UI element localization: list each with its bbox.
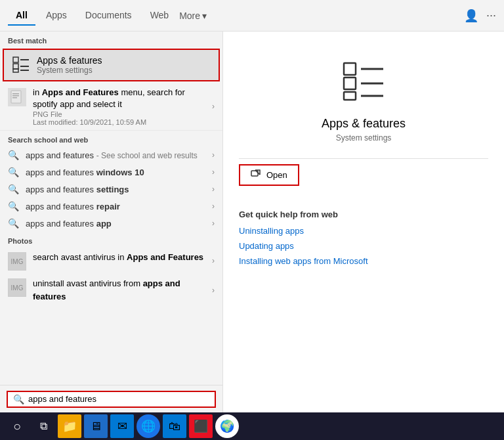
- main-area: Best match Apps & features System settin…: [0, 32, 504, 412]
- chevron-icon-1: ›: [212, 167, 215, 177]
- taskbar-mail[interactable]: ✉: [110, 414, 134, 438]
- chevron-icon-0: ›: [212, 150, 215, 160]
- search-item-4[interactable]: 🔍 apps and features app ›: [0, 215, 222, 232]
- chevron-icon-2: ›: [212, 185, 215, 194]
- help-link-2[interactable]: Installing web apps from Microsoft: [239, 256, 488, 266]
- top-nav: All Apps Documents Web More ▾ 👤 ···: [0, 0, 504, 32]
- tab-documents[interactable]: Documents: [77, 6, 140, 26]
- svg-rect-15: [344, 77, 356, 89]
- best-match-title: Apps & features: [37, 55, 102, 66]
- search-text-2: apps and features settings: [26, 185, 129, 194]
- svg-rect-8: [12, 95, 19, 97]
- search-text-1: apps and features windows 10: [26, 167, 144, 177]
- svg-rect-9: [12, 97, 17, 99]
- file-type: PNG File: [33, 110, 212, 118]
- chevron-photo-1: ›: [212, 286, 215, 295]
- user-icon[interactable]: 👤: [464, 9, 478, 23]
- photos-label: Photos: [0, 232, 222, 248]
- app-large-icon: [340, 58, 387, 105]
- taskbar-app-black[interactable]: ⬛: [189, 414, 213, 438]
- tab-more[interactable]: More ▾: [179, 11, 207, 21]
- svg-text:IMG: IMG: [11, 258, 24, 265]
- photo-thumb-0: IMG: [8, 252, 26, 271]
- search-school-label: Search school and web: [0, 131, 222, 146]
- best-match-text: Apps & features System settings: [37, 55, 102, 75]
- tab-web[interactable]: Web: [142, 6, 177, 26]
- file-thumbnail: [8, 88, 26, 106]
- tab-all[interactable]: All: [8, 6, 35, 26]
- search-icon-2: 🔍: [8, 184, 19, 194]
- search-text-3: apps and features repair: [26, 202, 120, 211]
- taskbar-desktop[interactable]: 🖥: [84, 414, 108, 438]
- svg-rect-16: [344, 92, 356, 100]
- left-panel: Best match Apps & features System settin…: [0, 32, 223, 412]
- search-bar-icon: 🔍: [13, 394, 24, 405]
- open-button[interactable]: Open: [239, 164, 299, 186]
- search-icon-3: 🔍: [8, 201, 19, 211]
- nav-tabs: All Apps Documents Web More ▾: [8, 6, 207, 26]
- search-item-1[interactable]: 🔍 apps and features windows 10 ›: [0, 164, 222, 181]
- nav-right: 👤 ···: [464, 9, 496, 23]
- chevron-icon-3: ›: [212, 202, 215, 211]
- svg-rect-7: [12, 93, 19, 95]
- taskbar: ○ ⧉ 📁 🖥 ✉ 🌐 🛍 ⬛ 🌍: [0, 412, 504, 440]
- search-item-0[interactable]: 🔍 apps and features - See school and web…: [0, 146, 222, 164]
- search-item-2[interactable]: 🔍 apps and features settings ›: [0, 181, 222, 198]
- file-title: in Apps and Features menu, search for sp…: [33, 87, 212, 110]
- search-text-4: apps and features app: [26, 219, 112, 229]
- photos-item-1[interactable]: IMG uninstall avast antivirus from apps …: [0, 274, 222, 306]
- search-bar: 🔍: [0, 385, 222, 412]
- open-icon: [251, 169, 261, 181]
- file-text: in Apps and Features menu, search for sp…: [33, 87, 212, 126]
- file-date: Last modified: 10/9/2021, 10:59 AM: [33, 118, 212, 126]
- photo-thumb-1: IMG: [8, 278, 26, 297]
- taskbar-edge[interactable]: 🌐: [136, 414, 160, 438]
- help-link-1[interactable]: Updating apps: [239, 241, 488, 251]
- right-subtitle: System settings: [239, 133, 488, 143]
- help-link-0[interactable]: Uninstalling apps: [239, 226, 488, 236]
- photo-text-1: uninstall avast antivirus from apps and …: [33, 277, 212, 303]
- taskbar-chrome[interactable]: 🌍: [215, 414, 239, 438]
- best-match-label: Best match: [0, 32, 222, 47]
- search-input[interactable]: [28, 394, 209, 404]
- file-result-item[interactable]: in Apps and Features menu, search for sp…: [0, 83, 222, 131]
- photos-item-0[interactable]: IMG search avast antivirus in Apps and F…: [0, 248, 222, 274]
- photo-text-0: search avast antivirus in Apps and Featu…: [33, 251, 203, 264]
- search-icon-0: 🔍: [8, 150, 19, 160]
- best-match-subtitle: System settings: [37, 66, 102, 75]
- chevron-photo-0: ›: [212, 256, 215, 265]
- right-panel: Apps & features System settings Open Get…: [223, 32, 504, 412]
- svg-rect-0: [13, 57, 18, 62]
- svg-text:IMG: IMG: [11, 284, 24, 292]
- quick-help-title: Get quick help from web: [239, 209, 488, 219]
- svg-rect-1: [13, 64, 18, 69]
- divider-1: [239, 158, 488, 159]
- tab-apps[interactable]: Apps: [38, 6, 75, 26]
- start-button[interactable]: ○: [5, 414, 29, 438]
- svg-rect-6: [11, 91, 21, 103]
- taskbar-explorer[interactable]: 📁: [58, 414, 81, 438]
- right-icon-area: [239, 45, 488, 112]
- chevron-icon-4: ›: [212, 219, 215, 228]
- search-input-container: 🔍: [7, 391, 216, 408]
- apps-features-icon: [12, 56, 30, 74]
- svg-rect-2: [13, 69, 18, 72]
- more-options-icon[interactable]: ···: [486, 9, 496, 22]
- search-icon-1: 🔍: [8, 167, 19, 177]
- right-title: Apps & features: [239, 117, 488, 131]
- search-item-3[interactable]: 🔍 apps and features repair ›: [0, 198, 222, 215]
- task-view-button[interactable]: ⧉: [32, 414, 55, 438]
- svg-rect-14: [344, 63, 356, 75]
- file-item-left: in Apps and Features menu, search for sp…: [8, 87, 212, 126]
- taskbar-store[interactable]: 🛍: [163, 414, 186, 438]
- best-match-item[interactable]: Apps & features System settings: [3, 49, 220, 81]
- chevron-right-icon: ›: [212, 102, 215, 111]
- search-icon-4: 🔍: [8, 218, 19, 229]
- search-text-0: apps and features - See school and web r…: [26, 150, 198, 160]
